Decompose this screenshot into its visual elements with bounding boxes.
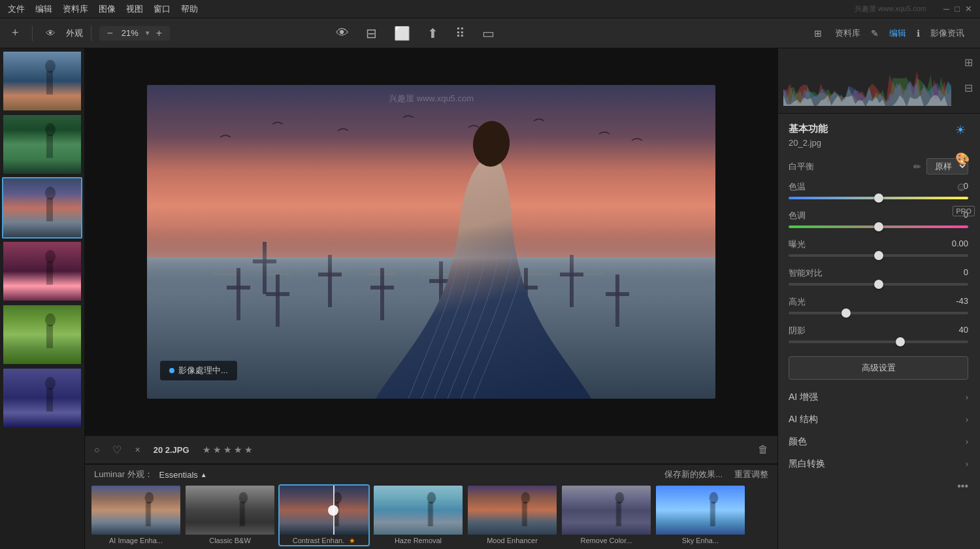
zoom-minus[interactable]: −	[105, 27, 116, 39]
menu-item-window[interactable]: 窗口	[154, 3, 171, 15]
preset-item-mood-enhancer[interactable]: Mood Enhancer	[466, 484, 558, 546]
category-text: Essentials	[159, 470, 198, 480]
slider-row-exposure: 曝光 0.00	[778, 235, 979, 263]
look-icon[interactable]: 👁	[41, 25, 61, 41]
slider-track-shadows[interactable]	[789, 341, 968, 343]
slider-thumb-exposure[interactable]	[874, 251, 883, 260]
heart-flag[interactable]: ♡	[112, 444, 122, 456]
menu-item-edit[interactable]: 编辑	[35, 3, 52, 15]
slider-track-exposure[interactable]	[789, 254, 968, 257]
preset-label-contrast-enh: Contrast Enhan. ★	[280, 535, 368, 545]
slider-thumb-highlights[interactable]	[841, 308, 851, 318]
toolbar: + 👁 外观 − 21% ▼ + 👁 ⊟ ⬜ ⬆ ⠿ ▭ ⊞ 资料库 ✎ 编辑 …	[0, 18, 980, 48]
preset-item-classic-bw[interactable]: Classic B&W	[184, 484, 276, 546]
panels-icon[interactable]: ⊟	[962, 79, 975, 97]
menu-item-help[interactable]: 帮助	[181, 3, 198, 15]
preset-item-ai-image[interactable]: AI Image Enha...	[90, 484, 182, 546]
add-button[interactable]: +	[7, 24, 24, 42]
slider-track-color-temp[interactable]	[789, 197, 968, 199]
filmstrip-item-1[interactable]	[2, 50, 82, 112]
filmstrip-item-5[interactable]	[2, 304, 82, 365]
slider-track-smart-contrast[interactable]	[789, 283, 968, 286]
compare-handle[interactable]	[328, 505, 338, 516]
section-ai-structure[interactable]: AI 结构 ›	[778, 408, 979, 431]
slider-val-shadows: 40	[959, 325, 968, 337]
filmstrip-item-6[interactable]	[2, 367, 82, 429]
ai-enhance-arrow: ›	[966, 393, 968, 402]
slider-thumb-smart-contrast[interactable]	[874, 280, 883, 289]
preset-item-haze-removal[interactable]: Haze Removal	[372, 484, 464, 546]
category-arrow: ▲	[201, 471, 207, 478]
preset-item-contrast-enh[interactable]: Contrast Enhan. ★	[278, 484, 370, 546]
advanced-settings-button[interactable]: 高级设置	[789, 356, 968, 380]
filmstrip-item-4[interactable]	[2, 241, 82, 302]
circle-flag[interactable]: ○	[94, 444, 99, 455]
x-flag[interactable]: ×	[135, 444, 140, 455]
zoom-plus[interactable]: +	[154, 27, 165, 39]
slider-track-tint[interactable]	[789, 225, 968, 228]
dots-more-icon[interactable]: •••	[957, 480, 968, 492]
window-close[interactable]: ✕	[965, 4, 972, 14]
star-1[interactable]: ★	[203, 444, 211, 455]
luminar-label: Luminar 外观：	[94, 469, 153, 480]
panel-scroll: ☀ 🎨 ☺ PRO 基本功能 20_2.jpg 白平衡 ✏ 原样 自动 日光	[778, 114, 980, 549]
zoom-dropdown-arrow[interactable]: ▼	[144, 29, 151, 37]
color-label: 颜色	[789, 436, 807, 448]
preset-item-remove-color[interactable]: Remove Color...	[561, 484, 652, 546]
grid-tool[interactable]: ⠿	[449, 24, 472, 43]
star-3[interactable]: ★	[223, 444, 232, 455]
star-5[interactable]: ★	[244, 444, 253, 455]
compare-tool[interactable]: ⊟	[359, 24, 384, 43]
window-maximize[interactable]: □	[955, 4, 960, 14]
window-minimize[interactable]: ─	[943, 4, 949, 14]
menu-item-file[interactable]: 文件	[8, 3, 25, 15]
preset-label-remove-color: Remove Color...	[562, 535, 651, 544]
tab-library[interactable]: 资料库	[826, 25, 870, 42]
slider-thumb-tint[interactable]	[874, 222, 883, 231]
preset-category[interactable]: Essentials ▲	[159, 470, 207, 480]
palette-icon[interactable]: 🎨	[953, 149, 975, 169]
section-bw-convert[interactable]: 黑白转换 ›	[778, 453, 979, 475]
slider-label-shadows: 阴影	[789, 325, 806, 337]
preset-item-sky-enh[interactable]: Sky Enha...	[655, 484, 746, 546]
star-2[interactable]: ★	[213, 444, 221, 455]
slider-track-highlights[interactable]	[789, 312, 968, 314]
zoom-value: 21%	[118, 28, 142, 38]
sun-icon[interactable]: ☀	[953, 120, 975, 140]
preset-actions: 保存新的效果... 重置调整	[664, 469, 768, 480]
slider-label-exposure: 曝光	[789, 239, 806, 250]
tab-info[interactable]: 影像资讯	[921, 25, 973, 42]
wb-eyedropper[interactable]: ✏	[913, 161, 921, 172]
trash-button[interactable]: 🗑	[758, 444, 768, 456]
face-icon[interactable]: ☺	[953, 178, 975, 197]
filmstrip-item-3[interactable]	[2, 177, 82, 239]
main-layout: 影像處理中... 兴趣屋 www.xqu5.com ○ ♡ × 20 2.JPG…	[0, 48, 980, 549]
slider-thumb-shadows[interactable]	[896, 337, 905, 346]
crop-tool[interactable]: ⬜	[387, 24, 417, 43]
filmstrip-item-2[interactable]	[2, 114, 82, 175]
save-preset-button[interactable]: 保存新的效果...	[664, 469, 723, 480]
menu-item-image[interactable]: 图像	[99, 3, 116, 15]
eye-tool[interactable]: 👁	[329, 24, 355, 42]
slider-label-tint: 色调	[789, 210, 806, 222]
tab-edit[interactable]: 编辑	[880, 25, 915, 42]
bw-convert-arrow: ›	[966, 459, 968, 469]
slider-label-highlights: 高光	[789, 296, 806, 308]
toolbar-right-tabs: ⊞ 资料库 ✎ 编辑 ℹ 影像资讯	[814, 25, 973, 42]
layers-icon[interactable]: ⊞	[962, 54, 975, 71]
section-color[interactable]: 颜色 ›	[778, 431, 979, 453]
rect-tool[interactable]: ▭	[476, 24, 501, 43]
slider-row-shadows: 阴影 40	[778, 321, 979, 350]
menu-item-library[interactable]: 资料库	[63, 3, 88, 15]
section-ai-enhance[interactable]: AI 增强 ›	[778, 386, 979, 408]
reset-adjustments-button[interactable]: 重置调整	[734, 469, 768, 480]
color-arrow: ›	[966, 437, 968, 446]
menu-item-view[interactable]: 视图	[126, 3, 143, 15]
image-info-bar: ○ ♡ × 20 2.JPG ★ ★ ★ ★ ★ 🗑	[85, 435, 777, 464]
star-4[interactable]: ★	[234, 444, 242, 455]
slider-thumb-color-temp[interactable]	[874, 193, 883, 203]
toolbar-center-tools: 👁 ⊟ ⬜ ⬆ ⠿ ▭	[329, 24, 501, 43]
slider-row-color-temp: 色温 0	[778, 177, 979, 206]
share-tool[interactable]: ⬆	[421, 24, 445, 43]
star-rating[interactable]: ★ ★ ★ ★ ★	[203, 444, 253, 455]
